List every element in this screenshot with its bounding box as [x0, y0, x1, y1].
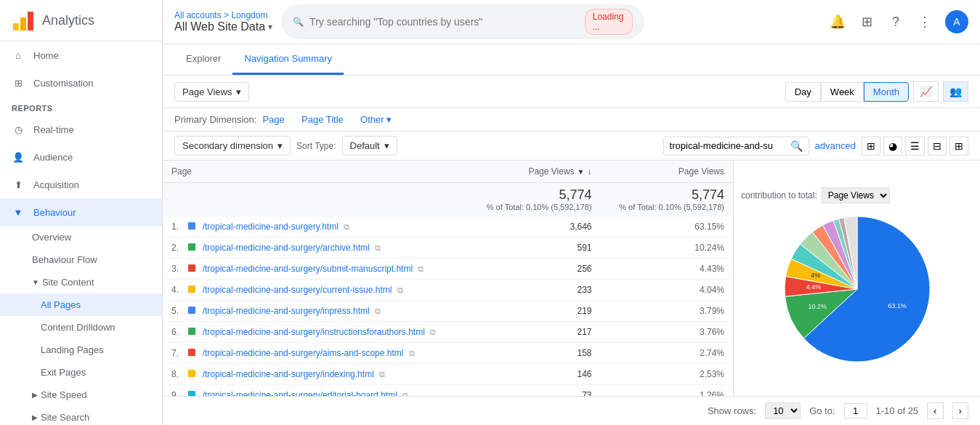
table-cell-page-views: 233 — [468, 280, 601, 301]
table-cell-page-views: 73 — [468, 385, 601, 397]
sidebar-item-landing-pages[interactable]: Landing Pages — [0, 339, 162, 361]
chart-area: contribution to total: Page Views 63.1%1… — [733, 161, 980, 396]
sidebar-item-overview[interactable]: Overview — [0, 226, 162, 248]
sidebar-item-behaviour[interactable]: ▼ Behaviour — [0, 198, 162, 226]
table-and-chart: Page Page Views ▼ ↓ — [163, 161, 980, 396]
time-btn-week[interactable]: Week — [821, 82, 864, 102]
help-icon[interactable]: ? — [887, 13, 904, 31]
main-content: All accounts > Longdom All Web Site Data… — [163, 0, 980, 425]
sidebar-item-site-speed[interactable]: ▶ Site Speed — [0, 384, 162, 406]
time-btn-day[interactable]: Day — [785, 82, 821, 102]
more-options-icon[interactable]: ⋮ — [916, 13, 934, 31]
row-color-dot — [188, 328, 195, 335]
copy-icon[interactable]: ⧉ — [397, 286, 403, 294]
page-range: 1-10 of 25 — [876, 405, 919, 416]
copy-icon[interactable]: ⧉ — [402, 391, 408, 396]
sidebar-item-site-search[interactable]: ▶ Site Search — [0, 406, 162, 425]
copy-icon[interactable]: ⧉ — [344, 222, 349, 231]
page-url-link[interactable]: /tropical-medicine-and-surgery/editorial… — [203, 390, 397, 396]
sidebar-item-acquisition[interactable]: ⬆ Acquisition — [0, 171, 162, 198]
line-chart-toggle[interactable]: 📈 — [913, 81, 939, 102]
row-color-dot — [188, 286, 195, 293]
th-page-views[interactable]: Page Views ▼ ↓ — [468, 161, 601, 183]
sidebar-header: Analytics — [0, 0, 162, 41]
grid-view-icon[interactable]: ⊞ — [862, 137, 880, 155]
sort-type-dropdown[interactable]: Default ▾ — [342, 136, 397, 155]
copy-icon[interactable]: ⧉ — [409, 349, 415, 357]
sort-arrow: ▾ — [384, 140, 389, 151]
sidebar-item-site-speed-label: Site Speed — [41, 389, 87, 400]
page-url-link[interactable]: /tropical-medicine-and-surgery/archive.h… — [203, 243, 370, 253]
time-btn-month[interactable]: Month — [864, 82, 909, 102]
table-header-row: Page Page Views ▼ ↓ — [163, 161, 733, 183]
search-bar[interactable]: 🔍 Loading ... — [281, 4, 644, 39]
next-page-btn[interactable]: › — [952, 402, 968, 419]
sidebar-item-exit-pages[interactable]: Exit Pages — [0, 361, 162, 384]
chart-view-icon[interactable]: ◕ — [883, 137, 902, 155]
secondary-dimension-dropdown[interactable]: Secondary dimension ▾ — [174, 136, 291, 155]
notifications-icon[interactable]: 🔔 — [829, 13, 846, 31]
search-filter-input[interactable] — [670, 140, 786, 151]
sidebar-item-customisation[interactable]: ⊞ Customisation — [0, 69, 162, 97]
copy-icon[interactable]: ⧉ — [418, 264, 424, 273]
realtime-icon: ◷ — [12, 123, 25, 136]
goto-input[interactable] — [844, 403, 867, 418]
copy-icon[interactable]: ⧉ — [379, 370, 385, 379]
contribution-select[interactable]: Page Views — [822, 187, 890, 203]
view-icons: ⊞ ◕ ☰ ⊟ ⊞ — [862, 137, 968, 155]
copy-icon[interactable]: ⧉ — [430, 328, 436, 336]
filter-search-icon[interactable]: 🔍 — [790, 140, 803, 152]
breadcrumb-all-accounts[interactable]: All accounts — [174, 10, 222, 20]
list-view-icon[interactable]: ☰ — [905, 137, 925, 155]
search-input[interactable] — [309, 16, 579, 28]
page-url-link[interactable]: /tropical-medicine-and-surgery/current-i… — [203, 285, 392, 295]
dim-page-link[interactable]: Page — [262, 114, 284, 125]
pie-chart-toggle[interactable]: 👥 — [943, 81, 968, 102]
primary-dimension-bar: Primary Dimension: Page Page Title Other… — [163, 108, 980, 131]
table-cell-percent: 4.04% — [601, 280, 734, 301]
breadcrumb-account: Longdom — [231, 10, 267, 20]
page-url-link[interactable]: /tropical-medicine-and-surgery/submit-ma… — [203, 264, 413, 274]
table-row: 1. /tropical-medicine-and-surgery.html ⧉… — [163, 216, 733, 238]
sidebar-item-audience[interactable]: 👤 Audience — [0, 143, 162, 171]
site-search-chevron: ▶ — [32, 413, 38, 421]
sidebar-item-site-content[interactable]: ▼ Site Content — [0, 271, 162, 294]
page-url-link[interactable]: /tropical-medicine-and-surgery/instructi… — [203, 327, 425, 337]
advanced-link[interactable]: advanced — [815, 140, 856, 151]
copy-icon[interactable]: ⧉ — [375, 243, 381, 252]
apps-icon[interactable]: ⊞ — [858, 13, 875, 31]
table-cell-page-views: 146 — [468, 364, 601, 385]
table-cell-percent: 2.74% — [601, 343, 734, 364]
tab-navigation-summary[interactable]: Navigation Summary — [232, 44, 344, 75]
dim-other-link[interactable]: Other ▾ — [360, 114, 392, 125]
copy-icon[interactable]: ⧉ — [375, 307, 381, 315]
table-cell-page: 7. /tropical-medicine-and-surgery/aims-a… — [163, 343, 468, 364]
sidebar-item-realtime[interactable]: ◷ Real-time — [0, 116, 162, 143]
pie-chart: 63.1%10.2%4.4%4% — [777, 209, 937, 369]
dim-page-title-link[interactable]: Page Title — [301, 114, 344, 125]
table-cell-page: 1. /tropical-medicine-and-surgery.html ⧉ — [163, 216, 468, 238]
page-url-link[interactable]: /tropical-medicine-and-surgery/aims-and-… — [203, 348, 404, 358]
rows-per-page-select[interactable]: 10 25 50 — [765, 402, 801, 419]
sidebar-item-overview-label: Overview — [32, 232, 71, 243]
page-url-link[interactable]: /tropical-medicine-and-surgery/indexing.… — [203, 369, 374, 379]
page-url-link[interactable]: /tropical-medicine-and-surgery.html — [203, 222, 339, 232]
contribution-label: contribution to total: — [741, 190, 817, 201]
pivot-view-icon[interactable]: ⊞ — [949, 137, 968, 155]
page-views-dropdown[interactable]: Page Views ▾ — [174, 82, 249, 102]
table-cell-page: 2. /tropical-medicine-and-surgery/archiv… — [163, 238, 468, 259]
prev-page-btn[interactable]: ‹ — [927, 402, 943, 419]
pie-label: 63.1% — [888, 302, 907, 309]
page-url-link[interactable]: /tropical-medicine-and-surgery/inpress.h… — [203, 306, 370, 316]
user-avatar[interactable]: A — [945, 10, 968, 33]
property-selector[interactable]: All Web Site Data ▾ — [174, 20, 272, 33]
sidebar-item-content-drilldown[interactable]: Content Drilldown — [0, 316, 162, 339]
table-row: 5. /tropical-medicine-and-surgery/inpres… — [163, 301, 733, 322]
comparison-view-icon[interactable]: ⊟ — [928, 137, 947, 155]
data-table: Page Page Views ▼ ↓ — [163, 161, 733, 396]
sidebar-item-home[interactable]: ⌂ Home — [0, 41, 162, 69]
tab-explorer[interactable]: Explorer — [174, 44, 232, 75]
sidebar-item-behaviour-flow[interactable]: Behaviour Flow — [0, 248, 162, 271]
sidebar-item-all-pages[interactable]: All Pages — [0, 294, 162, 316]
search-filter-wrap: 🔍 — [663, 137, 809, 155]
